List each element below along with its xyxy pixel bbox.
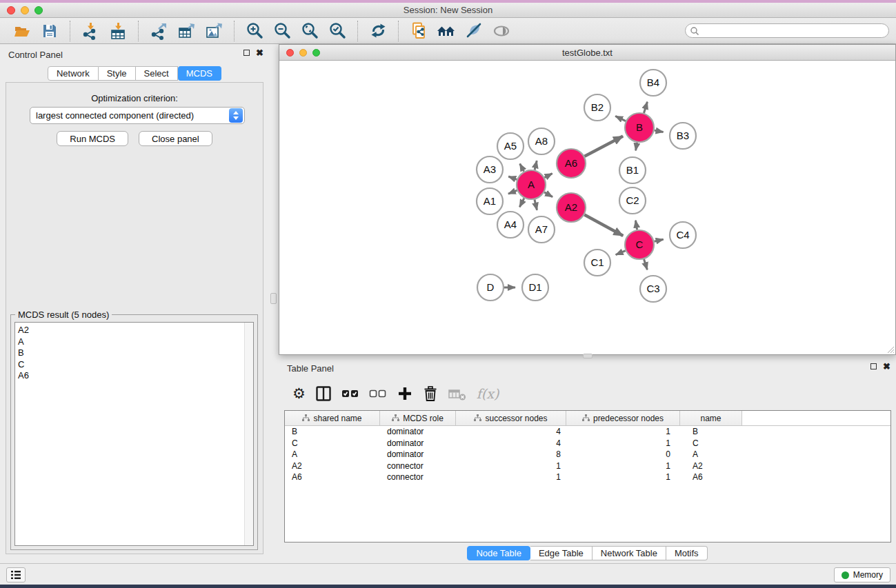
table-cell[interactable]: A2: [680, 460, 742, 472]
table-cell[interactable]: 1: [566, 472, 680, 483]
add-column-button[interactable]: [397, 383, 413, 404]
network-canvas[interactable]: B4B2BB3A8A5A6A3B1AC2A1A2A4A7C4CC1C3DD1: [279, 61, 895, 354]
table-cell[interactable]: B: [285, 426, 380, 438]
zoom-selected-button[interactable]: [327, 21, 348, 41]
graph-edge-A-A8[interactable]: [535, 161, 537, 170]
table-settings-button[interactable]: ⚙: [292, 383, 306, 404]
graph-edge-A-A3[interactable]: [508, 176, 517, 179]
table-cell[interactable]: 1: [456, 472, 566, 483]
float-table-panel-icon[interactable]: [870, 363, 877, 369]
graph-node-B1[interactable]: B1: [619, 157, 646, 183]
float-panel-icon[interactable]: [243, 50, 250, 56]
graph-edge-C-C4[interactable]: [654, 239, 663, 241]
table-cell[interactable]: 1: [566, 438, 680, 449]
graph-node-C[interactable]: C: [625, 230, 654, 259]
graph-node-B3[interactable]: B3: [670, 123, 696, 149]
table-cell[interactable]: 8: [456, 449, 566, 460]
mcds-result-list[interactable]: A2ABCA6: [14, 322, 254, 546]
export-network-button[interactable]: [148, 21, 169, 41]
graph-edge-C-C2[interactable]: [635, 221, 637, 230]
tab-select[interactable]: Select: [136, 66, 178, 81]
result-item[interactable]: A6: [18, 370, 253, 382]
tab-network-table[interactable]: Network Table: [593, 546, 666, 560]
table-cell[interactable]: 4: [456, 438, 566, 449]
criterion-select[interactable]: largest connected component (directed): [30, 107, 245, 124]
graph-node-A4[interactable]: A4: [497, 212, 524, 238]
show-hidden-button[interactable]: [491, 21, 512, 41]
graph-node-D1[interactable]: D1: [522, 274, 548, 301]
column-header-predecessor-nodes[interactable]: predecessor nodes: [566, 411, 680, 425]
result-item[interactable]: C: [18, 359, 253, 371]
graph-node-C1[interactable]: C1: [584, 250, 610, 276]
column-header-shared-name[interactable]: shared name: [285, 411, 380, 425]
function-builder-button[interactable]: f(x): [477, 383, 499, 404]
graph-node-D[interactable]: D: [477, 274, 504, 301]
graph-edge-A-A1[interactable]: [508, 190, 517, 194]
resize-grip-icon[interactable]: [886, 345, 895, 354]
delete-column-button[interactable]: [423, 383, 438, 404]
tab-motifs[interactable]: Motifs: [666, 546, 708, 560]
table-cell[interactable]: A6: [680, 472, 742, 483]
table-cell[interactable]: dominator: [380, 438, 456, 449]
table-cell[interactable]: 4: [456, 426, 566, 438]
column-layout-button[interactable]: [315, 383, 332, 404]
graph-edge-A-A5[interactable]: [520, 164, 524, 172]
tab-mcds[interactable]: MCDS: [178, 66, 221, 81]
select-all-columns-button[interactable]: [341, 383, 359, 404]
deselect-all-columns-button[interactable]: [369, 383, 387, 404]
table-cell[interactable]: A: [680, 449, 742, 460]
houses-button[interactable]: [436, 21, 457, 41]
task-history-button[interactable]: [6, 567, 26, 582]
graph-node-C3[interactable]: C3: [640, 276, 666, 302]
graph-node-C2[interactable]: C2: [619, 187, 646, 214]
tab-node-table[interactable]: Node Table: [467, 546, 530, 560]
duplicate-network-button[interactable]: [408, 21, 429, 41]
close-panel-button[interactable]: Close panel: [139, 131, 212, 146]
graph-node-A1[interactable]: A1: [477, 188, 503, 214]
result-item[interactable]: A2: [18, 325, 253, 336]
table-cell[interactable]: A: [285, 449, 380, 460]
zoom-out-button[interactable]: [272, 21, 292, 41]
graph-node-A6[interactable]: A6: [557, 149, 586, 178]
export-table-button[interactable]: [176, 21, 197, 41]
column-header-successor-nodes[interactable]: successor nodes: [456, 411, 566, 425]
result-scrollbar[interactable]: [244, 323, 253, 545]
search-input[interactable]: [699, 26, 888, 36]
graph-edge-B-B1[interactable]: [636, 143, 637, 151]
table-row[interactable]: A2connector11A2: [285, 460, 890, 472]
table-cell[interactable]: connector: [380, 472, 456, 483]
run-mcds-button[interactable]: Run MCDS: [57, 131, 128, 146]
graph-edge-B-B3[interactable]: [655, 130, 664, 132]
table-cell[interactable]: 1: [566, 426, 680, 438]
column-header-MCDS-role[interactable]: MCDS role: [380, 411, 456, 425]
table-cell[interactable]: dominator: [380, 449, 456, 460]
table-cell[interactable]: 1: [566, 460, 680, 472]
table-cell[interactable]: C: [680, 438, 742, 449]
graph-edge-A-A4[interactable]: [519, 199, 524, 207]
graph-node-B4[interactable]: B4: [640, 70, 666, 96]
graph-edge-A6-B[interactable]: [584, 136, 623, 156]
table-row[interactable]: A6connector11A6: [285, 472, 890, 483]
table-cell[interactable]: B: [680, 426, 742, 438]
column-header-name[interactable]: name: [680, 411, 742, 425]
table-cell[interactable]: connector: [380, 460, 456, 472]
paint-slash-button[interactable]: [464, 21, 484, 41]
table-cell[interactable]: A6: [285, 472, 380, 483]
graph-node-B2[interactable]: B2: [584, 94, 610, 121]
zoom-in-button[interactable]: [244, 21, 265, 41]
graph-edge-A2-C[interactable]: [584, 215, 623, 236]
graph-node-A8[interactable]: A8: [528, 128, 555, 154]
export-image-button[interactable]: [203, 21, 224, 41]
graph-node-A3[interactable]: A3: [477, 156, 503, 183]
graph-edge-B-B2[interactable]: [615, 116, 626, 121]
graph-node-B[interactable]: B: [625, 113, 654, 142]
network-window-title-bar[interactable]: testGlobe.txt: [279, 45, 895, 61]
graph-edge-A-A6[interactable]: [544, 174, 552, 178]
open-session-button[interactable]: [12, 21, 32, 41]
table-row[interactable]: Cdominator41C: [285, 438, 890, 449]
result-item[interactable]: A: [18, 336, 253, 348]
table-row[interactable]: Adominator80A: [285, 449, 890, 460]
graph-node-C4[interactable]: C4: [670, 222, 696, 248]
table-cell[interactable]: dominator: [380, 426, 456, 438]
memory-button[interactable]: Memory: [834, 567, 890, 582]
